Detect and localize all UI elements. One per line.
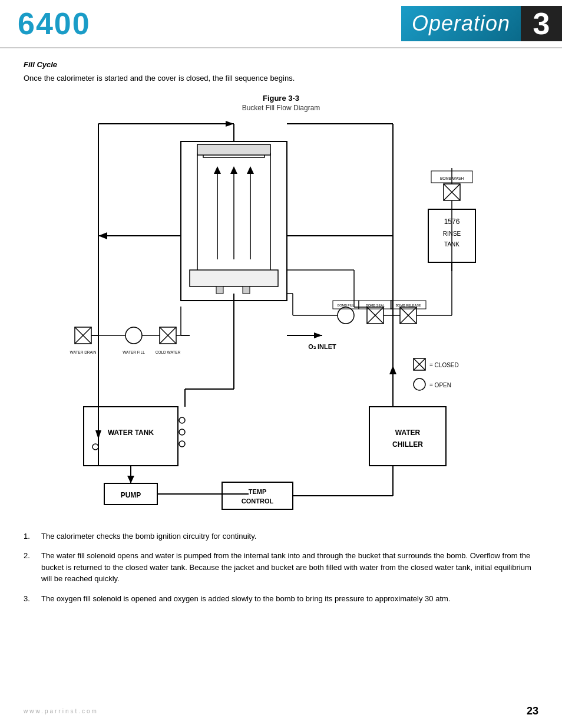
svg-text:BOMB FILL: BOMB FILL	[338, 304, 355, 307]
list-item-1: 1. The calorimeter checks the bomb ignit…	[24, 531, 538, 542]
list-text-3: The oxygen fill solenoid is opened and o…	[41, 593, 538, 605]
svg-text:= OPEN: = OPEN	[429, 382, 451, 388]
svg-text:WATER: WATER	[395, 429, 421, 437]
svg-rect-4	[197, 144, 270, 155]
flow-diagram: WATER DRAIN WATER FILL COLD WATER	[39, 118, 523, 519]
svg-text:WATER FILL: WATER FILL	[123, 350, 145, 354]
svg-text:WATER  TANK: WATER TANK	[108, 429, 154, 437]
svg-text:CHILLER: CHILLER	[392, 440, 423, 449]
page-footer: www.parrinst.com 23	[0, 705, 562, 717]
svg-text:TANK: TANK	[444, 241, 459, 248]
svg-text:TEMP: TEMP	[249, 488, 267, 495]
figure-subtitle: Bucket Fill Flow Diagram	[24, 104, 538, 112]
figure-title: Figure 3-3	[24, 94, 538, 103]
section-intro: Once the calorimeter is started and the …	[24, 73, 538, 84]
list-num-1: 1.	[24, 531, 41, 542]
list-item-2: 2. The water fill solenoid opens and wat…	[24, 550, 538, 585]
list-item-3: 3. The oxygen fill solenoid is opened an…	[24, 593, 538, 605]
svg-text:BOMB SEAL: BOMB SEAL	[366, 304, 385, 307]
product-title: 6400	[18, 6, 91, 41]
svg-text:1576: 1576	[444, 218, 460, 226]
footer-page: 23	[527, 705, 538, 717]
figure-container: Figure 3-3 Bucket Fill Flow Diagram	[24, 94, 538, 519]
svg-text:= CLOSED: = CLOSED	[429, 362, 459, 368]
list-text-2: The water fill solenoid opens and water …	[41, 550, 538, 585]
svg-rect-12	[216, 286, 223, 294]
svg-text:RINSE: RINSE	[443, 230, 461, 237]
chapter-number: 3	[521, 6, 562, 41]
header-right: Operation 3	[401, 6, 562, 41]
svg-text:WATER DRAIN: WATER DRAIN	[70, 350, 97, 354]
svg-text:O₂ INLET: O₂ INLET	[308, 343, 336, 350]
svg-text:COLD WATER: COLD WATER	[156, 350, 181, 354]
footer-website: www.parrinst.com	[24, 708, 98, 714]
svg-text:PUMP: PUMP	[121, 491, 141, 499]
list-num-2: 2.	[24, 550, 41, 562]
svg-rect-13	[243, 286, 250, 294]
header-left: 6400	[18, 6, 91, 41]
page-content: Fill Cycle Once the calorimeter is start…	[0, 48, 562, 624]
numbered-list: 1. The calorimeter checks the bomb ignit…	[24, 531, 538, 605]
section-title: Fill Cycle	[24, 60, 538, 69]
list-num-3: 3.	[24, 593, 41, 605]
svg-text:CONTROL: CONTROL	[242, 498, 274, 505]
svg-text:BOMB RELEASE: BOMB RELEASE	[395, 304, 421, 307]
page-header: 6400 Operation 3	[0, 0, 562, 48]
list-text-1: The calorimeter checks the bomb ignition…	[41, 531, 538, 542]
svg-rect-11	[190, 270, 278, 286]
section-label: Operation	[401, 6, 521, 41]
